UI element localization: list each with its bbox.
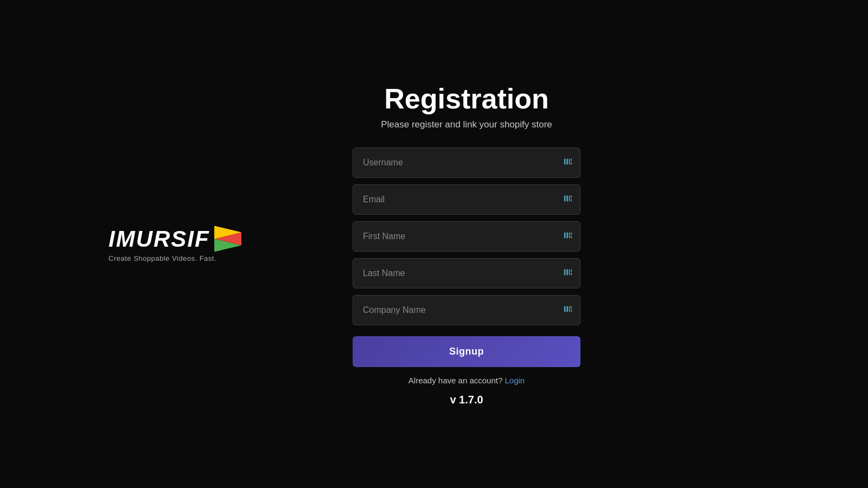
logo-wrapper: IMURSIF	[108, 226, 241, 252]
logo-text: IMURSIF	[108, 226, 210, 252]
signup-button[interactable]: Signup	[353, 336, 580, 367]
username-input[interactable]	[353, 147, 580, 178]
page-title: Registration	[384, 82, 548, 115]
logo-tagline: Create Shoppable Videos. Fast.	[108, 254, 216, 262]
company-name-wrapper	[353, 295, 580, 325]
last-name-input[interactable]	[353, 258, 580, 288]
company-name-input[interactable]	[353, 295, 580, 325]
page-subtitle: Please register and link your shopify st…	[381, 119, 552, 130]
page-container: IMURSIF Create Shoppable Videos. Fast. R…	[0, 0, 868, 488]
first-name-input[interactable]	[353, 221, 580, 252]
logo-section: IMURSIF Create Shoppable Videos. Fast.	[108, 226, 241, 262]
username-wrapper	[353, 147, 580, 178]
login-link[interactable]: Login	[505, 376, 525, 385]
form-section: Registration Please register and link yo…	[353, 82, 580, 406]
email-input[interactable]	[353, 184, 580, 215]
email-wrapper	[353, 184, 580, 215]
form-fields	[353, 147, 580, 325]
play-icon	[214, 226, 241, 252]
last-name-wrapper	[353, 258, 580, 288]
login-prompt-text: Already have an account? Login	[409, 376, 525, 385]
version-text: v 1.7.0	[450, 394, 483, 406]
first-name-wrapper	[353, 221, 580, 252]
